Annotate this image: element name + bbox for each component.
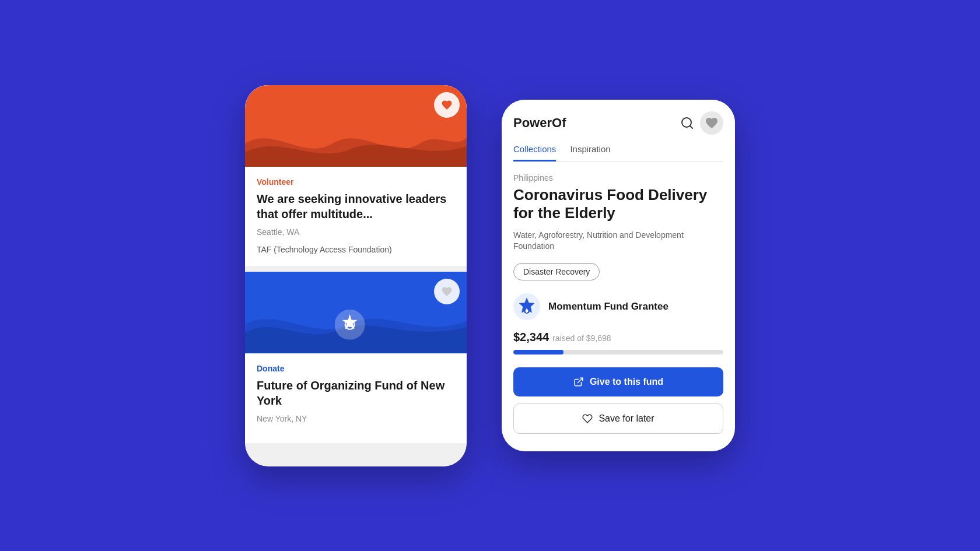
give-to-fund-button[interactable]: Give to this fund bbox=[513, 367, 723, 396]
nav-tabs: Collections Inspiration bbox=[513, 144, 723, 162]
momentum-badge-icon bbox=[513, 293, 540, 320]
momentum-label: Momentum Fund Grantee bbox=[548, 301, 668, 313]
svg-line-4 bbox=[690, 126, 692, 128]
card1-title: We are seeking innovative leaders that o… bbox=[257, 191, 455, 222]
topbar-icons bbox=[680, 111, 723, 135]
badge-icon bbox=[335, 309, 365, 339]
disaster-recovery-tag[interactable]: Disaster Recovery bbox=[513, 263, 600, 280]
org-name: Water, Agroforestry, Nutrition and Devel… bbox=[513, 230, 723, 252]
heart-save-icon bbox=[582, 413, 593, 424]
give-button-label: Give to this fund bbox=[590, 377, 663, 387]
phone-content: Philippines Coronavirus Food Delivery fo… bbox=[502, 162, 735, 434]
save-for-later-button[interactable]: Save for later bbox=[513, 403, 723, 434]
progress-bar-fill bbox=[513, 350, 564, 355]
card1-org: TAF (Technology Access Foundation) bbox=[257, 245, 455, 254]
project-location: Philippines bbox=[513, 173, 723, 183]
card2-title: Future of Organizing Fund of New York bbox=[257, 378, 455, 408]
save-icon-button[interactable] bbox=[700, 111, 723, 135]
funding-amount: $2,344 bbox=[513, 331, 549, 344]
svg-line-9 bbox=[578, 378, 582, 382]
momentum-row: Momentum Fund Grantee bbox=[513, 293, 723, 320]
brand-logo: PowerOf bbox=[513, 115, 566, 131]
donate-card: Donate Future of Organizing Fund of New … bbox=[245, 272, 467, 443]
search-icon[interactable] bbox=[680, 116, 694, 130]
card1-label: Volunteer bbox=[257, 177, 455, 187]
funding-goal: raised of $9,698 bbox=[552, 334, 611, 343]
project-title: Coronavirus Food Delivery for the Elderl… bbox=[513, 186, 723, 222]
right-phone: PowerOf Collections Inspiration bbox=[502, 100, 735, 451]
progress-bar-container bbox=[513, 350, 723, 355]
tab-collections[interactable]: Collections bbox=[513, 144, 556, 162]
phone-header: PowerOf Collections Inspiration bbox=[502, 100, 735, 162]
save-button-label: Save for later bbox=[598, 413, 654, 424]
card2-label: Donate bbox=[257, 364, 455, 373]
card1-location: Seattle, WA bbox=[257, 227, 455, 237]
left-phone: Volunteer We are seeking innovative lead… bbox=[245, 85, 467, 466]
card1-image bbox=[245, 85, 467, 167]
volunteer-card: Volunteer We are seeking innovative lead… bbox=[245, 85, 467, 266]
card1-body: Volunteer We are seeking innovative lead… bbox=[245, 167, 467, 266]
card2-bg bbox=[245, 272, 467, 353]
card1-heart-button[interactable] bbox=[434, 92, 460, 118]
card2-heart-button[interactable] bbox=[434, 279, 460, 304]
card2-body: Donate Future of Organizing Fund of New … bbox=[245, 353, 467, 443]
topbar: PowerOf bbox=[513, 111, 723, 135]
card2-location: New York, NY bbox=[257, 414, 455, 423]
card2-image bbox=[245, 272, 467, 353]
funding-row: $2,344 raised of $9,698 bbox=[513, 331, 723, 344]
svg-point-2 bbox=[348, 322, 352, 327]
phones-container: Volunteer We are seeking innovative lead… bbox=[245, 85, 735, 466]
external-link-icon bbox=[573, 377, 584, 387]
card1-bg bbox=[245, 85, 467, 167]
tab-inspiration[interactable]: Inspiration bbox=[570, 144, 610, 162]
